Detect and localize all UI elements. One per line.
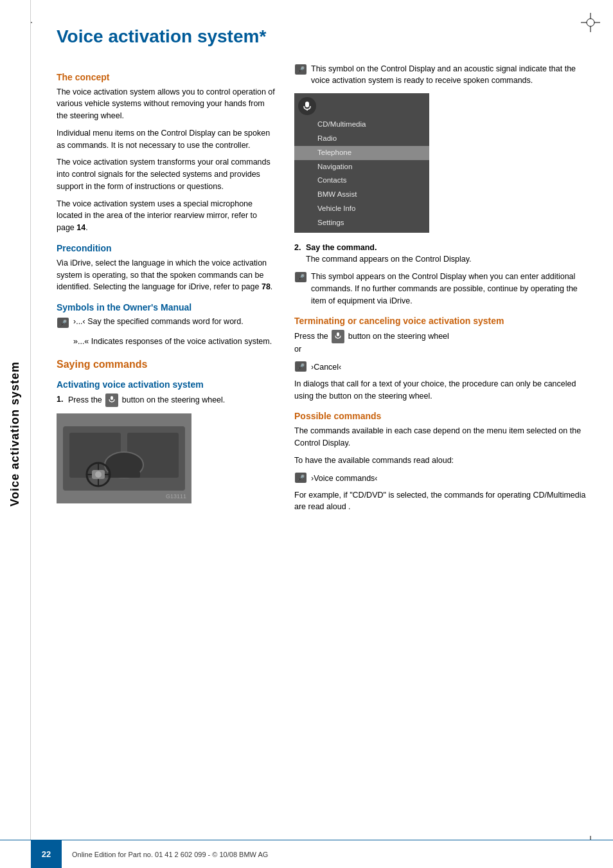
step1-text: Press the button on the steering wheel. [68,393,225,407]
saying-heading: Saying commands [57,359,275,370]
display-top [294,96,429,116]
concept-p3: The voice activation system transforms y… [57,156,275,192]
sidebar-label: Voice activation system [0,0,31,868]
display-screen: CD/Multimedia Radio Telephone Navigation… [294,93,429,233]
svg-rect-41 [337,332,339,336]
menu-item-vehicle-info: Vehicle Info [294,202,429,216]
step-1: 1. Press the button on the steering whee… [57,393,275,407]
cancel-command: 🎤 ›Cancel‹ [294,361,587,374]
car-image: G13111 [57,413,191,503]
step-2: 2. Say the command. The command appears … [294,242,587,266]
page-number: 22 [31,840,62,868]
svg-rect-37 [305,102,309,107]
additional-symbol-text: This symbol appears on the Control Displ… [311,271,587,307]
precondition-text: Via iDrive, select the language in which… [57,257,275,293]
symbol-row-1: 🎤 ›...‹ Say the specified commands word … [57,316,275,332]
svg-point-5 [587,19,594,26]
symbol-intro-row: 🎤 This symbol on the Control Display and… [294,63,587,87]
possible-p1: The commands available in each case depe… [294,425,587,449]
step2-number: 2. [294,242,306,266]
possible-p2: To have the available commands read alou… [294,455,587,467]
voice-cmd-icon: 🎤 [294,472,308,485]
voice-command-text: ›Voice commands‹ [311,474,378,483]
symbols-heading: Symbols in the Owner's Manual [57,302,275,312]
precondition-heading: Precondition [57,243,275,253]
concept-heading: The concept [57,72,275,82]
right-mic-symbol: 🎤 [294,64,308,79]
menu-item-settings: Settings [294,216,429,230]
symbol2-text: »...« Indicates responses of the voice a… [73,336,272,348]
terminating-p1: Press the button on the steering wheelor [294,330,587,356]
cancel-mic-icon: 🎤 [294,361,308,374]
symbol-intro-text: This symbol on the Control Display and a… [311,63,587,87]
menu-item-telephone: Telephone [294,146,429,160]
menu-item-navigation: Navigation [294,160,429,174]
menu-item-radio: Radio [294,132,429,146]
svg-text:🎤: 🎤 [297,474,305,482]
concept-p2: Individual menu items on the Control Dis… [57,127,275,152]
page-title: Voice activation system* [57,26,587,48]
svg-text:🎤: 🎤 [59,319,67,327]
possible-heading: Possible commands [294,411,587,421]
step1-number: 1. [57,393,68,407]
two-column-layout: The concept The voice activation system … [57,63,587,519]
terminating-p2: In dialogs that call for a text of your … [294,378,587,402]
symbol-row-2: »...« Indicates responses of the voice a… [57,336,275,348]
additional-symbol-row: 🎤 This symbol appears on the Control Dis… [294,271,587,307]
voice-command: 🎤 ›Voice commands‹ [294,472,587,485]
svg-point-34 [95,471,102,478]
activating-heading: Activating voice activation system [57,379,275,390]
display-mic-area [298,97,316,115]
svg-rect-22 [111,396,113,400]
svg-text:🎤: 🎤 [297,363,305,371]
possible-p3: For example, if "CD/DVD" is selected, th… [294,489,587,514]
step2-content: Say the command. The command appears on … [306,242,472,266]
concept-p4: The voice activation system uses a speci… [57,198,275,234]
terminating-heading: Terminating or canceling voice activatio… [294,316,587,326]
svg-text:🎤: 🎤 [297,66,305,74]
concept-p1: The voice activation system allows you t… [57,86,275,122]
menu-item-bmw-assist: BMW Assist [294,188,429,202]
step2-sub: The command appears on the Control Displ… [306,255,472,264]
control-display: CD/Multimedia Radio Telephone Navigation… [294,93,436,233]
menu-item-cd: CD/Multimedia [294,118,429,132]
main-content: Voice activation system* The concept The… [31,0,613,557]
menu-item-contacts: Contacts [294,174,429,188]
reg-mark-tr [581,13,600,32]
left-column: The concept The voice activation system … [57,63,275,519]
step2-text: Say the command. [306,243,377,252]
svg-text:🎤: 🎤 [297,273,305,282]
right-column: 🎤 This symbol on the Control Display and… [294,63,587,519]
footer-text: Online Edition for Part no. 01 41 2 602 … [72,851,268,858]
cancel-command-text: ›Cancel‹ [311,363,341,372]
symbol1-text: ›...‹ Say the specified commands word fo… [73,316,244,328]
additional-mic-icon: 🎤 [294,271,308,287]
mic-symbol-icon: 🎤 [57,317,71,332]
svg-rect-29 [108,471,140,478]
footer: 22 Online Edition for Part no. 01 41 2 6… [0,840,613,868]
